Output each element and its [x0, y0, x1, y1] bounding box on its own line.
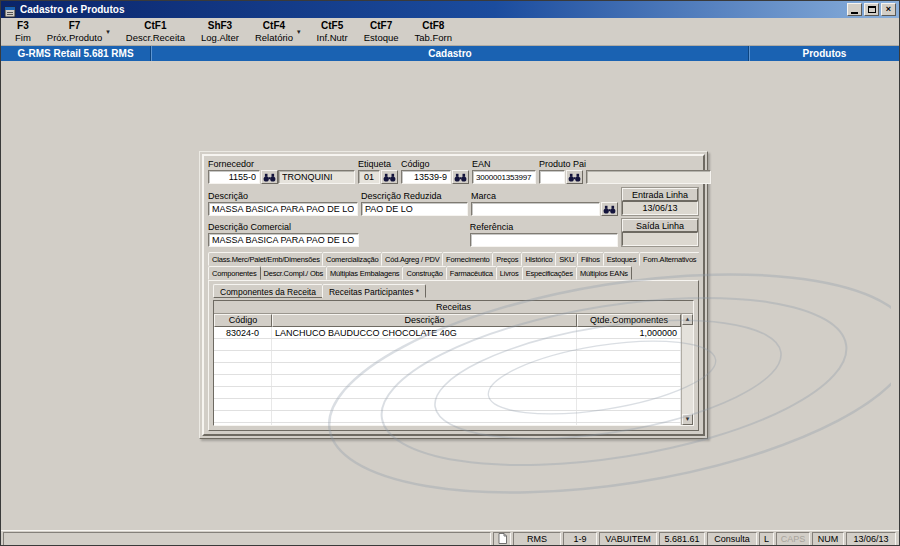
status-version: 5.681.61: [659, 532, 705, 546]
status-bar: RMS 1-9 VABUITEM 5.681.61 Consulta L CAP…: [1, 530, 899, 546]
fornecedor-label: Fornecedor: [208, 159, 355, 170]
toolbar-button-fim[interactable]: F3Fim: [7, 19, 39, 45]
status-document-cell: [493, 532, 511, 546]
tab-class-merc[interactable]: Class.Merc/Palet/Emb/Dimensões: [208, 252, 323, 266]
produto-pai-field-group: Produto Pai: [539, 159, 711, 184]
produto-pai-code-input[interactable]: [539, 170, 565, 184]
scroll-down-icon[interactable]: ▼: [682, 414, 693, 425]
close-button[interactable]: ×: [881, 3, 896, 16]
table-row-empty: [214, 363, 681, 375]
marca-search-button[interactable]: [601, 202, 618, 216]
etiqueta-search-button[interactable]: [381, 170, 398, 184]
minimize-button[interactable]: [847, 3, 862, 16]
document-icon: [498, 533, 507, 544]
ean-input[interactable]: [472, 170, 536, 184]
status-caps: CAPS: [776, 532, 810, 546]
descricao-comercial-input[interactable]: [208, 233, 359, 247]
tab-componentes[interactable]: Componentes: [208, 266, 261, 280]
saida-linha-label: Saída Linha: [622, 219, 698, 232]
fornecedor-field-group: Fornecedor: [208, 159, 355, 184]
tab-receitas-participantes[interactable]: Receitas Participantes *: [322, 284, 426, 298]
table-scrollbar[interactable]: ▲ ▼: [681, 314, 693, 425]
produto-pai-search-button[interactable]: [566, 170, 583, 184]
toolbar-button-descr-receita[interactable]: CtF1Descr.Receita: [118, 19, 193, 45]
fornecedor-name-input[interactable]: [278, 170, 355, 184]
tab-forn-alternativos[interactable]: Forn.Alternativos: [639, 252, 699, 266]
tab-precos[interactable]: Preços: [492, 252, 522, 266]
tab-cod-agreg-pdv[interactable]: Cód.Agreg / PDV: [381, 252, 443, 266]
referencia-field-group: Referência: [470, 222, 618, 247]
tab-especificacoes[interactable]: Especificações: [522, 266, 577, 280]
tab-filhos[interactable]: Filhos: [577, 252, 604, 266]
toolbar-button-estoque[interactable]: CtF7Estoque: [356, 19, 407, 45]
tab-comercializacao[interactable]: Comercialização: [322, 252, 382, 266]
tab-historico[interactable]: Histórico: [521, 252, 556, 266]
toolbar-button-inf-nutr[interactable]: CtF5Inf.Nutr: [309, 19, 356, 45]
toolbar-button-tab-forn[interactable]: CtF8Tab.Forn: [407, 19, 461, 45]
marca-input[interactable]: [471, 202, 600, 216]
produto-pai-label: Produto Pai: [539, 159, 711, 170]
tab-fornecimento[interactable]: Fornecimento: [442, 252, 493, 266]
fornecedor-search-button[interactable]: [261, 170, 278, 184]
toolbar-button-log-alter[interactable]: ShF3Log.Alter: [193, 19, 247, 45]
table-row-empty: [214, 399, 681, 411]
toolbar-button-relatorio[interactable]: CtF4Relatório ▾: [247, 19, 309, 45]
entrada-linha-value: 13/06/13: [622, 201, 698, 215]
window-title: Cadastro de Produtos: [20, 4, 845, 15]
tab-estoques[interactable]: Estoques: [603, 252, 640, 266]
ean-label: EAN: [472, 159, 536, 170]
table-row[interactable]: 83024-0 LANCHUCO BAUDUCCO CHOCOLATE 40G …: [214, 327, 681, 339]
toolbar-button-prox-produto[interactable]: F7Próx.Produto ▾: [39, 19, 118, 45]
status-mode: Consulta: [707, 532, 757, 546]
table-row-empty: [214, 375, 681, 387]
saida-linha-value: [622, 232, 698, 246]
etiqueta-field-group: Etiqueta: [358, 159, 398, 184]
status-flag: L: [759, 532, 774, 546]
tab-multiplas-embalagens[interactable]: Múltiplas Embalagens: [326, 266, 403, 280]
marca-label: Marca: [471, 191, 618, 202]
table-row-empty: [214, 339, 681, 351]
produto-pai-name-input[interactable]: [586, 170, 711, 184]
etiqueta-input[interactable]: [358, 170, 380, 184]
app-icon: [4, 4, 16, 16]
product-form: Fornecedor Etiqueta: [202, 154, 705, 436]
codigo-input[interactable]: [401, 170, 451, 184]
status-num: NUM: [812, 532, 844, 546]
fornecedor-code-input[interactable]: [208, 170, 260, 184]
product-form-window: Fornecedor Etiqueta: [199, 151, 708, 439]
codigo-label: Código: [401, 159, 469, 170]
status-system: RMS: [513, 532, 561, 546]
table-row-empty: [214, 387, 681, 399]
tab-farmaceutica[interactable]: Farmacêutica: [446, 266, 497, 280]
main-tabs-row-2: Componentes Descr.Compl./ Obs Múltiplas …: [208, 266, 699, 280]
function-toolbar: F3Fim F7Próx.Produto ▾ CtF1Descr.Receita…: [1, 18, 899, 46]
grid-column-headers: Código Descrição Qtde.Componentes: [214, 314, 681, 327]
descricao-input[interactable]: [208, 202, 358, 216]
header-bar: G-RMS Retail 5.681 RMS Cadastro Produtos: [1, 46, 899, 61]
inner-tabs: Componentes da Receita Receitas Particip…: [213, 284, 694, 298]
binoculars-icon: [603, 205, 616, 214]
maximize-button[interactable]: [864, 3, 879, 16]
referencia-input[interactable]: [470, 233, 618, 247]
tab-descr-compl-obs[interactable]: Descr.Compl./ Obs: [260, 266, 328, 280]
tab-multiplos-eans[interactable]: Múltiplos EANs: [576, 266, 632, 280]
binoculars-icon: [263, 173, 276, 182]
descricao-reduzida-label: Descrição Reduzida: [361, 191, 468, 202]
dropdown-arrow-icon: ▾: [106, 28, 110, 36]
tab-construcao[interactable]: Construção: [402, 266, 446, 280]
tab-componentes-da-receita[interactable]: Componentes da Receita: [213, 284, 323, 298]
scroll-up-icon[interactable]: ▲: [682, 314, 693, 325]
codigo-field-group: Código: [401, 159, 469, 184]
tab-sku[interactable]: SKU: [555, 252, 578, 266]
cell-descricao: LANCHUCO BAUDUCCO CHOCOLATE 40G: [272, 327, 577, 338]
status-program: VABUITEM: [599, 532, 657, 546]
descricao-reduzida-input[interactable]: [361, 202, 468, 216]
ean-field-group: EAN: [472, 159, 536, 184]
codigo-search-button[interactable]: [452, 170, 469, 184]
tab-livros[interactable]: Livros: [496, 266, 523, 280]
descricao-field-group: Descrição: [208, 191, 358, 216]
table-row-empty: [214, 423, 681, 425]
header-section: Produtos: [749, 46, 899, 61]
entrada-linha-label: Entrada Linha: [622, 188, 698, 201]
grid-group-header: Receitas: [214, 301, 693, 314]
